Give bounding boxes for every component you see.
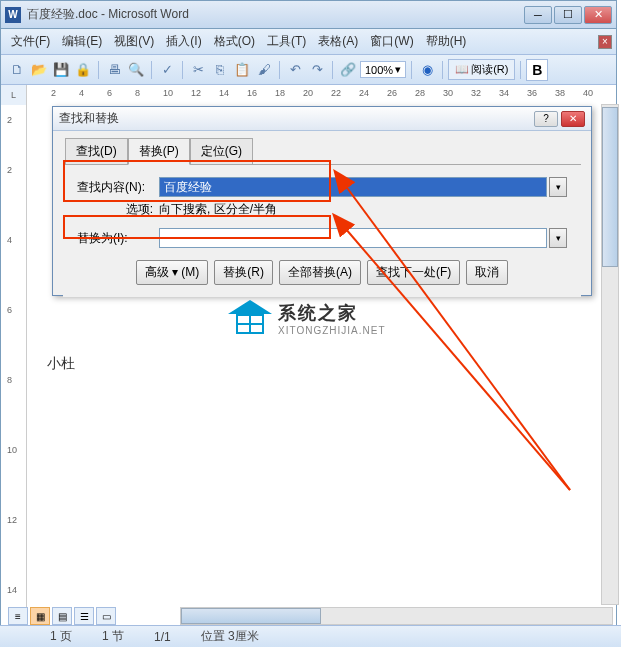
hyperlink-icon[interactable]: 🔗 bbox=[338, 60, 358, 80]
copy-icon[interactable]: ⎘ bbox=[210, 60, 230, 80]
permission-icon[interactable]: 🔒 bbox=[73, 60, 93, 80]
horizontal-ruler: L 2 4 6 8 10 12 14 16 18 20 22 24 26 28 … bbox=[1, 85, 616, 105]
options-value: 向下搜索, 区分全/半角 bbox=[159, 201, 277, 218]
new-icon[interactable]: 🗋 bbox=[7, 60, 27, 80]
options-label: 选项: bbox=[77, 201, 159, 218]
menu-view[interactable]: 视图(V) bbox=[108, 30, 160, 53]
tab-replace[interactable]: 替换(P) bbox=[128, 138, 190, 165]
close-button[interactable]: ✕ bbox=[584, 6, 612, 24]
status-position: 位置 3厘米 bbox=[201, 628, 259, 645]
document-text: 小杜 bbox=[47, 355, 596, 373]
logo-en-text: XITONGZHIJIA.NET bbox=[278, 325, 386, 336]
find-next-button[interactable]: 查找下一处(F) bbox=[367, 260, 460, 285]
find-label: 查找内容(N): bbox=[77, 179, 159, 196]
cut-icon[interactable]: ✂ bbox=[188, 60, 208, 80]
normal-view-icon[interactable]: ≡ bbox=[8, 607, 28, 625]
tab-find[interactable]: 查找(D) bbox=[65, 138, 128, 165]
web-layout-view-icon[interactable]: ▤ bbox=[52, 607, 72, 625]
open-icon[interactable]: 📂 bbox=[29, 60, 49, 80]
menu-insert[interactable]: 插入(I) bbox=[160, 30, 207, 53]
dialog-close-button[interactable]: ✕ bbox=[561, 111, 585, 127]
replace-input[interactable] bbox=[159, 228, 547, 248]
toolbar: 🗋 📂 💾 🔒 🖶 🔍 ✓ ✂ ⎘ 📋 🖌 ↶ ↷ 🔗 100%▾ ◉ 📖 阅读… bbox=[1, 55, 616, 85]
menu-edit[interactable]: 编辑(E) bbox=[56, 30, 108, 53]
menu-format[interactable]: 格式(O) bbox=[208, 30, 261, 53]
watermark-logo: 系统之家 XITONGZHIJIA.NET bbox=[230, 300, 386, 336]
house-icon bbox=[230, 300, 270, 336]
paste-icon[interactable]: 📋 bbox=[232, 60, 252, 80]
dialog-title-bar[interactable]: 查找和替换 ? ✕ bbox=[53, 107, 591, 131]
undo-icon[interactable]: ↶ bbox=[285, 60, 305, 80]
spell-icon[interactable]: ✓ bbox=[157, 60, 177, 80]
find-dropdown-icon[interactable]: ▾ bbox=[549, 177, 567, 197]
read-mode-button[interactable]: 📖 阅读(R) bbox=[448, 59, 515, 80]
title-bar: W 百度经验.doc - Microsoft Word ─ ☐ ✕ bbox=[1, 1, 616, 29]
replace-all-button[interactable]: 全部替换(A) bbox=[279, 260, 361, 285]
outline-view-icon[interactable]: ☰ bbox=[74, 607, 94, 625]
tab-goto[interactable]: 定位(G) bbox=[190, 138, 253, 165]
status-section: 1 节 bbox=[102, 628, 124, 645]
redo-icon[interactable]: ↷ bbox=[307, 60, 327, 80]
menu-table[interactable]: 表格(A) bbox=[312, 30, 364, 53]
print-icon[interactable]: 🖶 bbox=[104, 60, 124, 80]
replace-button[interactable]: 替换(R) bbox=[214, 260, 273, 285]
save-icon[interactable]: 💾 bbox=[51, 60, 71, 80]
vertical-ruler: 2 2 4 6 8 10 12 14 bbox=[1, 105, 27, 635]
dialog-title: 查找和替换 bbox=[59, 110, 534, 127]
more-button[interactable]: 高级 ▾ (M) bbox=[136, 260, 209, 285]
minimize-button[interactable]: ─ bbox=[524, 6, 552, 24]
dialog-help-button[interactable]: ? bbox=[534, 111, 558, 127]
find-input[interactable]: 百度经验 bbox=[159, 177, 547, 197]
cancel-button[interactable]: 取消 bbox=[466, 260, 508, 285]
replace-dropdown-icon[interactable]: ▾ bbox=[549, 228, 567, 248]
word-app-icon: W bbox=[5, 7, 21, 23]
print-layout-view-icon[interactable]: ▦ bbox=[30, 607, 50, 625]
status-page: 1 页 bbox=[50, 628, 72, 645]
bold-button[interactable]: B bbox=[526, 59, 548, 81]
menu-help[interactable]: 帮助(H) bbox=[420, 30, 473, 53]
menu-window[interactable]: 窗口(W) bbox=[364, 30, 419, 53]
logo-cn-text: 系统之家 bbox=[278, 301, 386, 325]
replace-label: 替换为(I): bbox=[77, 230, 159, 247]
reading-view-icon[interactable]: ▭ bbox=[96, 607, 116, 625]
doc-close-icon[interactable]: × bbox=[598, 35, 612, 49]
vertical-scrollbar[interactable] bbox=[601, 104, 619, 605]
status-pages: 1/1 bbox=[154, 630, 171, 644]
zoom-combo[interactable]: 100%▾ bbox=[360, 61, 406, 78]
menu-bar: 文件(F) 编辑(E) 视图(V) 插入(I) 格式(O) 工具(T) 表格(A… bbox=[1, 29, 616, 55]
status-bar: 1 页 1 节 1/1 位置 3厘米 bbox=[0, 625, 621, 647]
preview-icon[interactable]: 🔍 bbox=[126, 60, 146, 80]
window-title: 百度经验.doc - Microsoft Word bbox=[27, 6, 524, 23]
help-icon[interactable]: ◉ bbox=[417, 60, 437, 80]
ruler-corner: L bbox=[1, 85, 27, 105]
format-painter-icon[interactable]: 🖌 bbox=[254, 60, 274, 80]
view-mode-switcher: ≡ ▦ ▤ ☰ ▭ bbox=[8, 607, 116, 625]
maximize-button[interactable]: ☐ bbox=[554, 6, 582, 24]
horizontal-scrollbar[interactable] bbox=[180, 607, 613, 625]
menu-file[interactable]: 文件(F) bbox=[5, 30, 56, 53]
menu-tools[interactable]: 工具(T) bbox=[261, 30, 312, 53]
find-replace-dialog: 查找和替换 ? ✕ 查找(D) 替换(P) 定位(G) 查找内容(N): 百度经… bbox=[52, 106, 592, 296]
